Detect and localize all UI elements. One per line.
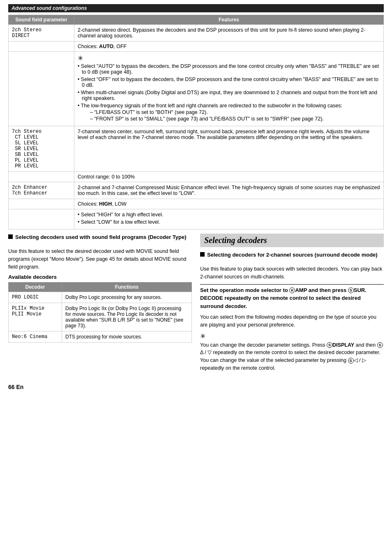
decoder-table: Decoder Functions PRO LOGIC Dolby Pro Lo… bbox=[8, 282, 192, 343]
page-number: 66 En bbox=[8, 384, 384, 390]
empty-cell2 bbox=[9, 52, 74, 126]
delta-icon: S bbox=[377, 342, 383, 348]
list-item: Select "OFF" not to bypass the decoders,… bbox=[78, 76, 380, 88]
empty-cell bbox=[9, 199, 74, 209]
left-heading: Selecting decoders used with sound field… bbox=[15, 234, 187, 241]
decoder-col-header: Decoder bbox=[9, 283, 62, 292]
choices-row: Control range: 0 to 100% bbox=[9, 172, 384, 182]
available-decoders-label: Available decoders bbox=[8, 274, 192, 280]
param-cell: 2ch StereoDIRECT bbox=[9, 25, 74, 42]
empty-cell bbox=[9, 42, 74, 52]
decoder-function: DTS processing for movie sources. bbox=[62, 331, 192, 343]
decoder-row: PLIIx MoviePLII Movie Dolby Pro Logic II… bbox=[9, 303, 192, 331]
choices-row: Choices: AUTO, OFF bbox=[9, 42, 384, 52]
note-cell: ✳ Select "AUTO" to bypass the decoders, … bbox=[74, 52, 384, 126]
table-row: 2ch Enhancer7ch Enhancer 2-channel and 7… bbox=[9, 182, 384, 199]
list-item: Select "AUTO" to bypass the decoders, th… bbox=[78, 63, 380, 75]
choices-cell: Control range: 0 to 100% bbox=[74, 172, 384, 182]
list-item: Select "LOW" for a low effect level. bbox=[78, 219, 380, 225]
table-row: 7ch Stereo CT LEVEL SL LEVEL SR LEVEL SB… bbox=[9, 126, 384, 172]
empty-cell bbox=[9, 172, 74, 182]
s-icon: S bbox=[348, 287, 354, 293]
feature-cell: 7-channel stereo center, surround left, … bbox=[74, 126, 384, 172]
functions-col-header: Functions bbox=[62, 283, 192, 292]
decoder-row: PRO LOGIC Dolby Pro Logic processing for… bbox=[9, 292, 192, 303]
header-title: Advanced sound configurations bbox=[12, 5, 87, 11]
sub-list: "LFE/BASS OUT" is set to "BOTH" (see pag… bbox=[82, 109, 380, 122]
bold-choice: AUTO bbox=[99, 44, 113, 49]
bullet-list: Select "AUTO" to bypass the decoders, th… bbox=[78, 63, 380, 122]
main-table: Sound field parameter Features 2ch Stere… bbox=[8, 15, 384, 229]
feature-cell: 2-channel and 7-channel Compressed Music… bbox=[74, 182, 384, 199]
note-block: ✳ You can change the decoder parameter s… bbox=[200, 332, 384, 372]
decoder-name: PLIIx MoviePLII Movie bbox=[9, 303, 62, 331]
right-heading: Selecting decoders for 2-channel sources… bbox=[207, 251, 378, 259]
empty-cell2 bbox=[9, 209, 74, 229]
decoder-row: Neo:6 Cinema DTS processing for movie so… bbox=[9, 331, 192, 343]
sub-list-item: "LFE/BASS OUT" is set to "BOTH" (see pag… bbox=[90, 109, 380, 115]
k-icon: K bbox=[289, 287, 295, 293]
right-column: Selecting decoders Selecting decoders fo… bbox=[200, 234, 384, 375]
note-text: You can change the decoder parameter set… bbox=[200, 341, 384, 372]
bottom-section: Selecting decoders used with sound field… bbox=[8, 234, 384, 375]
right-heading-block: Selecting decoders for 2-channel sources… bbox=[200, 251, 384, 262]
right-text2: You can select from the following modes … bbox=[200, 313, 384, 329]
choices-row: Choices: HIGH, LOW bbox=[9, 199, 384, 209]
left-text1: Use this feature to select the desired d… bbox=[8, 248, 192, 271]
decoder-function: Dolby Pro Logic IIx (or Dolby Pro Logic … bbox=[62, 303, 192, 331]
bullet-list: Select "HIGH" for a high effect level. S… bbox=[78, 212, 380, 225]
list-item: When multi-channel signals (Dolby Digita… bbox=[78, 90, 380, 101]
bold-choice: HIGH bbox=[99, 201, 112, 207]
left-heading-block: Selecting decoders used with sound field… bbox=[8, 234, 192, 244]
selecting-decoders-box: Selecting decoders bbox=[200, 234, 384, 247]
note-row: ✳ Select "AUTO" to bypass the decoders, … bbox=[9, 52, 384, 126]
black-square-icon bbox=[200, 252, 205, 257]
decoder-name: PRO LOGIC bbox=[9, 292, 62, 303]
left-column: Selecting decoders used with sound field… bbox=[8, 234, 192, 375]
decoder-name: Neo:6 Cinema bbox=[9, 331, 62, 343]
decoder-function: Dolby Pro Logic processing for any sourc… bbox=[62, 292, 192, 303]
choices-cell: Choices: AUTO, OFF bbox=[74, 42, 384, 52]
header-bar: Advanced sound configurations bbox=[8, 4, 384, 12]
list-item: Select "HIGH" for a high effect level. bbox=[78, 212, 380, 218]
star-icon2: ✳ bbox=[200, 332, 205, 340]
black-square-icon bbox=[8, 234, 13, 239]
note-cell: Select "HIGH" for a high effect level. S… bbox=[74, 209, 384, 229]
right-text1: Use this feature to play back sources wi… bbox=[200, 265, 384, 281]
selecting-decoders-title: Selecting decoders bbox=[204, 236, 267, 245]
col-param-header: Sound field parameter bbox=[9, 15, 74, 25]
page: Advanced sound configurations Sound fiel… bbox=[0, 0, 392, 398]
table-row: 2ch StereoDIRECT 2-channel stereo direct… bbox=[9, 25, 384, 42]
param-cell: 7ch Stereo CT LEVEL SL LEVEL SR LEVEL SB… bbox=[9, 126, 74, 172]
sub-list-item: "FRONT SP" is set to "SMALL" (see page 7… bbox=[90, 116, 380, 122]
list-item: The low-frequency signals of the front l… bbox=[78, 103, 380, 122]
arrow-icon: S bbox=[348, 358, 354, 364]
param-cell: 2ch Enhancer7ch Enhancer bbox=[9, 182, 74, 199]
note-row: Select "HIGH" for a high effect level. S… bbox=[9, 209, 384, 229]
col-feature-header: Features bbox=[74, 15, 384, 25]
instruction-text: Set the operation mode selector to KAMP … bbox=[200, 286, 384, 310]
divider bbox=[200, 284, 384, 285]
choices-cell: Choices: HIGH, LOW bbox=[74, 199, 384, 209]
display-icon: S bbox=[327, 342, 332, 348]
feature-cell: 2-channel stereo direct. Bypasses the de… bbox=[74, 25, 384, 42]
star-icon: ✳ bbox=[78, 54, 83, 62]
